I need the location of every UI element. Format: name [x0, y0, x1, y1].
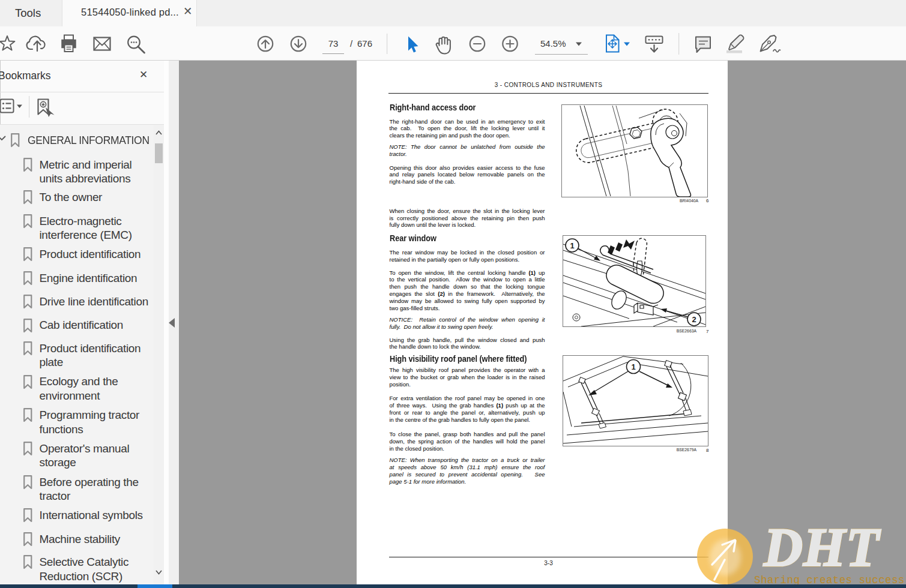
svg-text:1: 1: [631, 362, 635, 371]
svg-text:2: 2: [692, 315, 696, 324]
svg-text:1: 1: [570, 241, 574, 250]
